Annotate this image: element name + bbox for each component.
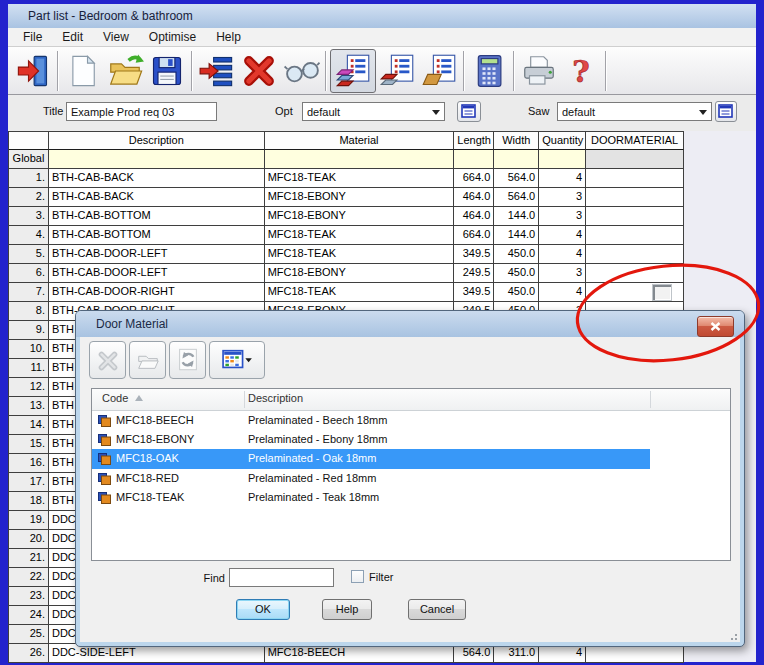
- material-list-item[interactable]: MFC18-BEECH Prelaminated - Beech 18mm: [92, 411, 730, 430]
- list-header-code[interactable]: Code: [102, 392, 143, 404]
- row-number-cell[interactable]: 3.: [9, 207, 49, 226]
- doormaterial-cell[interactable]: [586, 264, 684, 283]
- row-number-cell[interactable]: 10.: [9, 340, 49, 359]
- opt-combobox[interactable]: default: [302, 102, 445, 121]
- find-input[interactable]: [229, 568, 334, 587]
- description-cell[interactable]: BTH-CAB-BACK: [49, 169, 265, 188]
- ok-button[interactable]: OK: [236, 599, 290, 620]
- row-number-cell[interactable]: 13.: [9, 397, 49, 416]
- table-row[interactable]: 5. BTH-CAB-DOOR-LEFT MFC18-TEAK 349.5 45…: [9, 245, 684, 264]
- length-cell[interactable]: 464.0: [454, 207, 494, 226]
- material-cell[interactable]: MFC18-EBONY: [265, 188, 455, 207]
- row-number-cell[interactable]: 26.: [9, 644, 49, 663]
- material-cell[interactable]: MFC18-TEAK: [265, 169, 455, 188]
- table-row[interactable]: 1. BTH-CAB-BACK MFC18-TEAK 664.0 564.0 4: [9, 169, 684, 188]
- material-cell[interactable]: MFC18-TEAK: [265, 283, 455, 302]
- menu-edit[interactable]: Edit: [52, 29, 93, 45]
- quantity-cell[interactable]: 3: [539, 264, 586, 283]
- description-cell[interactable]: BTH-CAB-DOOR-RIGHT: [49, 283, 265, 302]
- door-material-cell-button[interactable]: [652, 284, 672, 301]
- insert-part-button[interactable]: [196, 49, 238, 93]
- title-input[interactable]: Example Prod req 03: [66, 102, 217, 121]
- menu-file[interactable]: File: [13, 29, 52, 45]
- opt-list-button[interactable]: [457, 101, 481, 122]
- row-number-cell[interactable]: 1.: [9, 169, 49, 188]
- description-cell[interactable]: BTH-CAB-BOTTOM: [49, 226, 265, 245]
- table-row[interactable]: 4. BTH-CAB-BOTTOM MFC18-TEAK 664.0 144.0…: [9, 226, 684, 245]
- chevron-down-icon[interactable]: [432, 110, 440, 115]
- print-button[interactable]: [518, 49, 560, 93]
- table-row[interactable]: 6. BTH-CAB-DOOR-LEFT MFC18-EBONY 249.5 4…: [9, 264, 684, 283]
- description-cell[interactable]: BTH-CAB-BOTTOM: [49, 207, 265, 226]
- quantity-cell[interactable]: 3: [539, 207, 586, 226]
- doormaterial-cell[interactable]: [586, 169, 684, 188]
- length-cell[interactable]: 249.5: [454, 264, 494, 283]
- column-separator[interactable]: [650, 391, 651, 408]
- filter-checkbox[interactable]: [351, 570, 364, 583]
- global-description-cell[interactable]: [49, 150, 265, 169]
- width-cell[interactable]: 450.0: [494, 283, 539, 302]
- quantity-cell[interactable]: 4: [539, 226, 586, 245]
- length-cell[interactable]: 464.0: [454, 188, 494, 207]
- row-number-cell[interactable]: 23.: [9, 587, 49, 606]
- calculate-button[interactable]: [468, 49, 510, 93]
- material-list-item[interactable]: MFC18-TEAK Prelaminated - Teak 18mm: [92, 488, 730, 507]
- menu-optimise[interactable]: Optimise: [139, 29, 206, 45]
- material-cell[interactable]: MFC18-TEAK: [265, 226, 455, 245]
- dialog-refresh-button[interactable]: [169, 341, 206, 379]
- exit-button[interactable]: [12, 49, 54, 93]
- doormaterial-cell[interactable]: [586, 283, 684, 302]
- description-cell[interactable]: BTH-CAB-DOOR-LEFT: [49, 245, 265, 264]
- length-cell[interactable]: 349.5: [454, 283, 494, 302]
- width-cell[interactable]: 564.0: [494, 188, 539, 207]
- row-number-cell[interactable]: 17.: [9, 473, 49, 492]
- row-number-cell[interactable]: 19.: [9, 511, 49, 530]
- global-material-cell[interactable]: [265, 150, 455, 169]
- row-number-cell[interactable]: 24.: [9, 606, 49, 625]
- row-number-cell[interactable]: 11.: [9, 359, 49, 378]
- resize-grip[interactable]: [729, 632, 737, 640]
- width-cell[interactable]: 450.0: [494, 245, 539, 264]
- table-row[interactable]: 7. BTH-CAB-DOOR-RIGHT MFC18-TEAK 349.5 4…: [9, 283, 684, 302]
- global-width-cell[interactable]: [494, 150, 539, 169]
- width-cell[interactable]: 450.0: [494, 264, 539, 283]
- row-number-cell[interactable]: 7.: [9, 283, 49, 302]
- global-quantity-cell[interactable]: [539, 150, 586, 169]
- column-separator[interactable]: [244, 391, 245, 408]
- description-cell[interactable]: BTH-CAB-BACK: [49, 188, 265, 207]
- doormaterial-cell[interactable]: [586, 245, 684, 264]
- row-number-cell[interactable]: 2.: [9, 188, 49, 207]
- row-number-cell[interactable]: 5.: [9, 245, 49, 264]
- width-cell[interactable]: 564.0: [494, 169, 539, 188]
- description-cell[interactable]: BTH-CAB-DOOR-LEFT: [49, 264, 265, 283]
- width-cell[interactable]: 144.0: [494, 207, 539, 226]
- row-number-cell[interactable]: 15.: [9, 435, 49, 454]
- part-list-button[interactable]: [330, 49, 376, 93]
- quantity-cell[interactable]: 4: [539, 169, 586, 188]
- material-list-item[interactable]: MFC18-RED Prelaminated - Red 18mm: [92, 469, 730, 488]
- open-button[interactable]: [104, 49, 146, 93]
- cutting-list-button[interactable]: [376, 49, 418, 93]
- quantity-cell[interactable]: 4: [539, 245, 586, 264]
- row-number-cell[interactable]: 4.: [9, 226, 49, 245]
- dialog-close-button[interactable]: [697, 316, 734, 337]
- dialog-view-columns-button[interactable]: [209, 341, 265, 379]
- menu-help[interactable]: Help: [206, 29, 251, 45]
- help-button[interactable]: ?: [560, 49, 602, 93]
- row-number-cell[interactable]: 12.: [9, 378, 49, 397]
- global-length-cell[interactable]: [454, 150, 494, 169]
- length-cell[interactable]: 664.0: [454, 169, 494, 188]
- quantity-cell[interactable]: 4: [539, 283, 586, 302]
- saw-list-button[interactable]: [715, 101, 737, 122]
- doormaterial-cell[interactable]: [586, 226, 684, 245]
- row-number-cell[interactable]: 8.: [9, 302, 49, 321]
- row-number-cell[interactable]: 9.: [9, 321, 49, 340]
- material-list-item[interactable]: MFC18-OAK Prelaminated - Oak 18mm: [92, 449, 730, 468]
- help-dialog-button[interactable]: Help: [322, 599, 372, 620]
- material-cell[interactable]: MFC18-EBONY: [265, 207, 455, 226]
- material-list-item[interactable]: MFC18-EBONY Prelaminated - Ebony 18mm: [92, 430, 730, 449]
- row-number-cell[interactable]: 25.: [9, 625, 49, 644]
- doormaterial-cell[interactable]: [586, 188, 684, 207]
- global-doormaterial-cell[interactable]: [586, 150, 684, 169]
- row-number-cell[interactable]: 21.: [9, 549, 49, 568]
